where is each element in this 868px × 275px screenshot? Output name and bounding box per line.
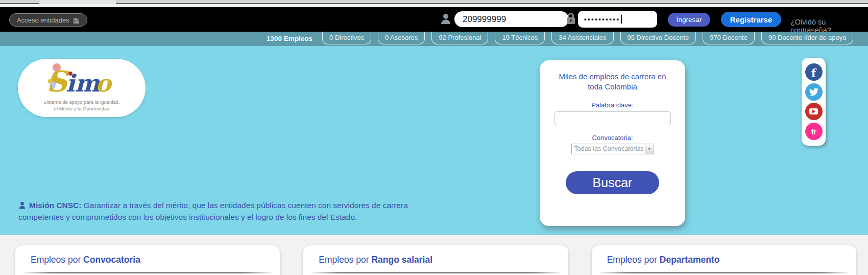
mission-line2: competentes y comprometidos con los obje…	[18, 211, 468, 223]
mission-line1: Garantizar a través del mérito, que las …	[81, 201, 407, 210]
tab-asesores[interactable]: 0 Asesores	[378, 32, 425, 44]
logo-letter-o: o	[95, 70, 113, 97]
top-login-bar: Acceso entidades •••••••••• In	[0, 7, 868, 32]
tab-docente-lider[interactable]: 90 Docente líder de apoyo	[761, 32, 854, 44]
search-panel: Miles de empleos de carrera en toda Colo…	[540, 60, 685, 226]
card-divider	[308, 272, 563, 273]
keyword-label: Palabra clave:	[540, 101, 685, 109]
tab-tecnicos[interactable]: 19 Técnicos	[495, 32, 545, 44]
card-title: Empleos por Rango salarial	[319, 255, 568, 265]
search-title: Miles de empleos de carrera en toda Colo…	[540, 72, 685, 93]
stats-cards-row: Empleos por Convocatoria Empleos por Ran…	[15, 245, 856, 275]
mission-prefix: Misión CNSC:	[29, 201, 81, 210]
username-input[interactable]	[454, 11, 569, 27]
tab-empleos-active[interactable]: 1300 Empleos	[267, 32, 312, 46]
play-icon	[812, 109, 815, 113]
convocatoria-select[interactable]: Todas las Convocatorias ▼	[571, 144, 654, 154]
card-empleos-por-convocatoria: Empleos por Convocatoria	[15, 245, 280, 275]
text-cursor	[621, 15, 622, 24]
hero-section: S im o Sistema de apoyo para la Igualdad…	[0, 46, 868, 235]
stats-section: Empleos por Convocatoria Empleos por Ran…	[0, 235, 868, 275]
category-tab-bar: 1300 Empleos 0 Directivos 0 Asesores 92 …	[0, 32, 868, 46]
building-icon	[73, 17, 80, 24]
category-tabs: 1300 Empleos 0 Directivos 0 Asesores 92 …	[267, 32, 853, 46]
access-entities-button[interactable]: Acceso entidades	[9, 13, 87, 27]
convocatoria-selected-value: Todas las Convocatorias	[572, 145, 645, 152]
tab-asistenciales[interactable]: 34 Asistenciales	[551, 32, 613, 44]
twitter-icon[interactable]	[805, 83, 823, 101]
simo-page: Acceso entidades •••••••••• In	[0, 0, 868, 275]
register-button[interactable]: Registrarse	[721, 12, 781, 27]
facebook-icon[interactable]: f	[805, 63, 823, 81]
user-icon	[440, 13, 451, 25]
person-icon	[18, 201, 26, 210]
tab-directivos[interactable]: 0 Directivos	[322, 32, 371, 44]
card-empleos-por-rango-salarial: Empleos por Rango salarial	[303, 245, 568, 275]
card-title: Empleos por Departamento	[607, 255, 856, 265]
access-entities-label: Acceso entidades	[17, 16, 69, 24]
logo-subtitle: Sistema de apoyo para la Igualdad, el Mé…	[18, 99, 146, 112]
card-divider	[597, 272, 851, 273]
password-input[interactable]: ••••••••••	[578, 11, 657, 28]
simo-logo-graphic: S im o	[33, 62, 130, 97]
social-links: f fr	[802, 58, 826, 146]
browser-tab	[39, 0, 116, 4]
flickr-icon[interactable]: fr	[805, 123, 823, 140]
mission-statement: Misión CNSC: Garantizar a través del mér…	[18, 199, 468, 223]
youtube-icon[interactable]	[805, 103, 823, 120]
card-divider	[20, 272, 275, 273]
browser-frame	[0, 0, 868, 4]
keyword-input[interactable]	[554, 111, 671, 125]
dropdown-arrow-icon: ▼	[645, 144, 654, 154]
tab-docente[interactable]: 970 Docente	[703, 32, 755, 44]
convocatoria-label: Convocatoria:	[540, 134, 685, 142]
browser-chrome-edge	[0, 0, 868, 7]
simo-logo[interactable]: S im o Sistema de apoyo para la Igualdad…	[18, 59, 146, 117]
tab-profesional[interactable]: 92 Profesional	[431, 32, 488, 44]
password-dots: ••••••••••	[584, 16, 620, 22]
search-button[interactable]: Buscar	[566, 171, 659, 194]
card-title: Empleos por Convocatoria	[31, 255, 280, 265]
lock-icon	[566, 12, 576, 26]
tab-directivo-docente[interactable]: 95 Directivo Docente	[620, 32, 696, 44]
card-empleos-por-departamento: Empleos por Departamento	[592, 245, 856, 275]
twitter-bird-glyph	[809, 87, 818, 97]
login-button[interactable]: Ingresar	[668, 13, 710, 27]
